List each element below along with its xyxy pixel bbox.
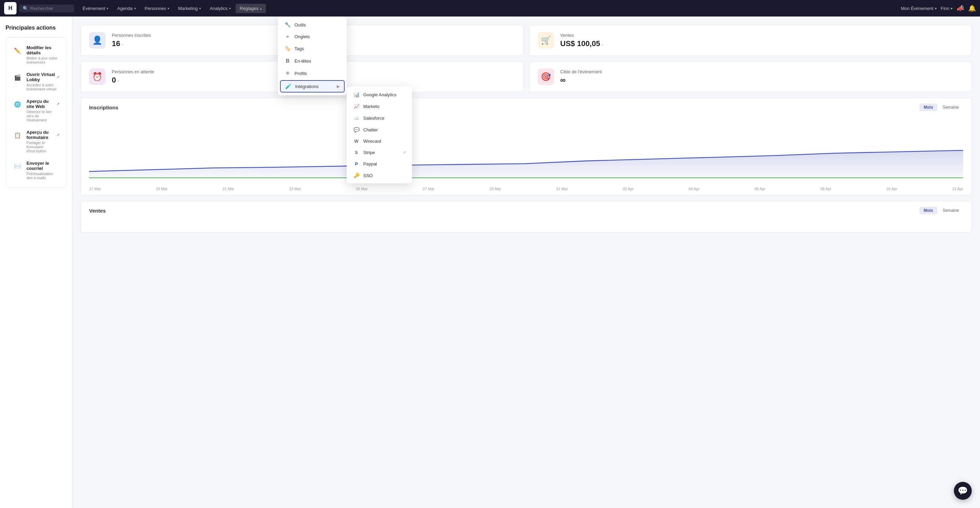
paypal-icon: P <box>353 161 360 166</box>
x-label: 10 Apr <box>886 187 897 191</box>
integration-stripe[interactable]: S Stripe ↗ <box>347 147 412 158</box>
chevron-down-icon: ▾ <box>134 6 136 10</box>
x-label: 23 Mar <box>289 187 301 191</box>
x-label: 25 Mar <box>356 187 368 191</box>
reglages-dropdown: 🔧 Outils ≡ Onglets 🏷️ Tags B En-têtes ✳ … <box>278 16 347 95</box>
finn-button[interactable]: Finn ▾ <box>941 6 953 11</box>
clipboard-icon: 📋 <box>13 131 22 140</box>
tag-icon: 🏷️ <box>284 45 291 52</box>
nav-item-evenement[interactable]: Événement ▾ <box>78 4 113 13</box>
main-layout: Principales actions ✏️ Modifier les déta… <box>0 16 980 508</box>
stats-row-1: 👤 Personnes inscrites 16 - 🛒 Ventes US$ … <box>81 25 972 56</box>
sidebar-title: Principales actions <box>5 25 67 31</box>
marketo-icon: 📈 <box>353 104 360 109</box>
x-label: 31 Mar <box>556 187 568 191</box>
x-label: 12 Apr <box>952 187 963 191</box>
search-input[interactable] <box>30 6 72 11</box>
action-apercu-formulaire[interactable]: 📋 Aperçu du formulaire ↗ Partager le for… <box>10 126 62 156</box>
action-sub: Obtenez le lien vers de l'événement <box>27 110 59 122</box>
nav-item-analytics[interactable]: Analytics ▾ <box>206 4 235 13</box>
bell-icon[interactable]: 🔔 <box>968 5 976 12</box>
salesforce-icon: ☁️ <box>353 115 360 121</box>
tools-icon: 🔧 <box>284 22 291 28</box>
list-icon: ≡ <box>284 34 291 39</box>
chatter-icon: 💬 <box>353 127 360 132</box>
x-label: 06 Apr <box>755 187 766 191</box>
key-icon: 🔑 <box>353 173 360 178</box>
nav-item-agenda[interactable]: Agenda ▾ <box>113 4 140 13</box>
target-icon: 🎯 <box>538 68 554 85</box>
x-label: 19 Mar <box>156 187 167 191</box>
dropdown-item-integrations[interactable]: 🧪 Intégrations ▶ <box>280 80 345 92</box>
integration-paypal[interactable]: P Paypal <box>347 158 412 170</box>
chat-button[interactable]: 💬 <box>954 482 972 500</box>
x-label: 21 Mar <box>223 187 234 191</box>
dropdown-item-tags[interactable]: 🏷️ Tags <box>278 42 347 55</box>
action-virtual-lobby[interactable]: 🎬 Ouvrir Virtual Lobby ↗ Accédez à votre… <box>10 68 62 95</box>
stat-value: US$ 100,05 - <box>560 39 604 48</box>
app-logo[interactable]: H <box>4 2 16 14</box>
analytics-icon: 📊 <box>353 92 360 97</box>
nav-item-reglages[interactable]: Réglages ▴ <box>235 4 266 13</box>
x-label: 02 Apr <box>623 187 634 191</box>
wirecard-icon: W <box>353 139 360 144</box>
external-link-icon: ↗ <box>56 75 59 79</box>
mon-evenement-button[interactable]: Mon Événement ▾ <box>901 6 937 11</box>
action-modifier-details[interactable]: ✏️ Modifier les détails Mettre à jour vo… <box>10 41 62 68</box>
action-sub: Mettre à jour votre événement <box>27 56 59 64</box>
stat-value: ∞ <box>560 76 602 84</box>
integration-google-analytics[interactable]: 📊 Google Analytics <box>347 89 412 100</box>
integration-wirecard[interactable]: W Wirecard <box>347 135 412 147</box>
actions-card: ✏️ Modifier les détails Mettre à jour vo… <box>5 37 67 188</box>
chevron-down-icon: ▾ <box>951 6 953 10</box>
chevron-down-icon: ▾ <box>935 6 937 10</box>
chevron-down-icon: ▾ <box>167 6 169 10</box>
integration-sso[interactable]: 🔑 SSO <box>347 170 412 181</box>
tab-semaine[interactable]: Semaine <box>939 104 963 111</box>
stat-label: Ventes <box>560 33 604 38</box>
dropdown-item-profils[interactable]: ✳ Profils <box>278 67 347 80</box>
stat-value: 0 - <box>112 76 154 84</box>
main-content: 👤 Personnes inscrites 16 - 🛒 Ventes US$ … <box>72 16 980 508</box>
tab-semaine[interactable]: Semaine <box>939 207 963 214</box>
chat-icon: 💬 <box>958 486 968 495</box>
clock-icon: ⏰ <box>89 68 106 85</box>
chart-x-axis: 17 Mar 19 Mar 21 Mar 23 Mar 25 Mar 27 Ma… <box>81 184 971 195</box>
tab-mois[interactable]: Mois <box>920 207 937 214</box>
x-label: 27 Mar <box>423 187 434 191</box>
cart-icon: 🛒 <box>538 32 554 48</box>
action-apercu-site-web[interactable]: 🌐 Aperçu du site Web ↗ Obtenez le lien v… <box>10 95 62 126</box>
x-label: 29 Mar <box>490 187 501 191</box>
integration-salesforce[interactable]: ☁️ Salesforce <box>347 112 412 124</box>
sidebar: Principales actions ✏️ Modifier les déta… <box>0 16 72 508</box>
integration-marketo[interactable]: 📈 Marketo <box>347 100 412 112</box>
dropdown-item-en-tetes[interactable]: B En-têtes <box>278 55 347 67</box>
external-link-icon: ↗ <box>56 102 59 106</box>
dropdown-item-onglets[interactable]: ≡ Onglets <box>278 31 347 42</box>
nav-item-marketing[interactable]: Marketing ▾ <box>174 4 205 13</box>
stat-value: 16 - <box>112 39 151 48</box>
email-icon: ✉️ <box>13 161 22 171</box>
stripe-icon: S <box>353 150 360 155</box>
stat-ventes: 🛒 Ventes US$ 100,05 - <box>529 25 972 56</box>
action-label: Modifier les détails <box>27 45 59 56</box>
nav-item-personnes[interactable]: Personnes ▾ <box>141 4 173 13</box>
inscriptions-chart-svg <box>89 115 963 178</box>
dropdown-item-outils[interactable]: 🔧 Outils <box>278 19 347 31</box>
action-sub: Partager le formulaire d'inscription <box>27 141 59 153</box>
action-label: Aperçu du formulaire ↗ <box>27 130 59 140</box>
chevron-right-icon: ▶ <box>337 84 340 89</box>
megaphone-icon[interactable]: 📣 <box>957 5 964 12</box>
external-link-icon: ↗ <box>403 150 406 155</box>
stat-label: Personnes inscrites <box>112 33 151 38</box>
bold-icon: B <box>284 58 291 64</box>
nav-right: Mon Événement ▾ Finn ▾ 📣 🔔 <box>901 5 976 12</box>
flask-icon: 🧪 <box>285 83 292 89</box>
action-envoyer-courriel[interactable]: ✉️ Envoyer le courriel Prévisualisation … <box>10 157 62 183</box>
x-label: 04 Apr <box>689 187 700 191</box>
tab-mois[interactable]: Mois <box>920 104 937 111</box>
chart-body <box>81 115 971 184</box>
integration-chatter[interactable]: 💬 Chatter <box>347 124 412 135</box>
asterisk-icon: ✳ <box>284 70 291 76</box>
edit-icon: ✏️ <box>13 46 22 56</box>
